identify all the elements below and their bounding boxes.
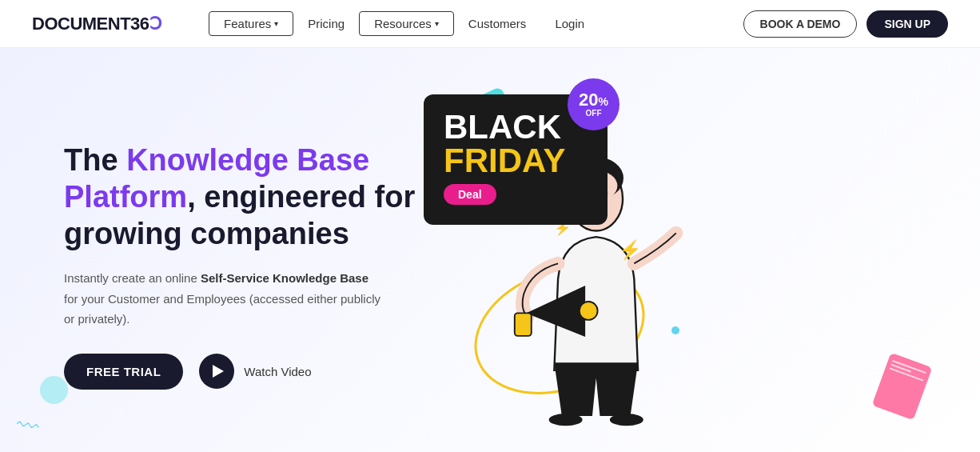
book-demo-button[interactable]: BOOK A DEMO <box>743 10 858 38</box>
play-icon[interactable] <box>199 354 234 389</box>
nav-pricing[interactable]: Pricing <box>293 12 359 35</box>
small-circle-decoration <box>671 326 679 334</box>
nav-links: Features ▾ Pricing Resources ▾ Customers… <box>209 11 743 36</box>
nav-login[interactable]: Login <box>540 12 599 35</box>
hero-illustration: ✦ <box>448 70 932 453</box>
navbar: DOCUMENT36Ↄ Features ▾ Pricing Resources… <box>0 0 980 48</box>
watch-video-button[interactable]: Watch Video <box>199 354 311 389</box>
signup-button[interactable]: SIGN UP <box>866 10 948 38</box>
hero-description: Instantly create an online Self-Service … <box>64 268 384 330</box>
hero-title: The Knowledge Base Platform, engineered … <box>64 142 448 252</box>
hero-section: The Knowledge Base Platform, engineered … <box>64 134 448 389</box>
pink-doc-decoration <box>872 352 933 420</box>
nav-actions: BOOK A DEMO SIGN UP <box>743 10 948 38</box>
svg-point-8 <box>610 414 643 426</box>
svg-point-6 <box>580 302 598 320</box>
chevron-down-icon: ▾ <box>435 19 439 28</box>
chevron-down-icon: ▾ <box>274 19 278 28</box>
logo-suffix: Ↄ <box>149 14 161 34</box>
hero-actions: FREE TRIAL Watch Video <box>64 354 448 390</box>
black-friday-card: 20% OFF BLACK FRIDAY Deal <box>424 94 608 225</box>
main-content: The Knowledge Base Platform, engineered … <box>0 48 980 452</box>
friday-label: FRIDAY <box>444 144 588 178</box>
black-label: BLACK <box>444 110 588 144</box>
svg-text:⚡: ⚡ <box>619 238 642 260</box>
nav-features[interactable]: Features ▾ <box>209 11 293 36</box>
brand-logo[interactable]: DOCUMENT36Ↄ <box>32 14 161 34</box>
watch-video-label: Watch Video <box>244 365 311 378</box>
nav-customers[interactable]: Customers <box>454 12 541 35</box>
off-label: OFF <box>586 109 602 118</box>
squiggle-decoration: 〰 <box>14 412 40 442</box>
hero-bold: Self-Service Knowledge Base <box>201 271 368 285</box>
black-friday-title: BLACK FRIDAY <box>444 110 588 178</box>
svg-rect-5 <box>515 313 532 336</box>
deal-badge: Deal <box>444 184 496 205</box>
logo-text: DOCUMENT36 <box>32 14 149 34</box>
free-trial-button[interactable]: FREE TRIAL <box>64 354 183 390</box>
discount-percent: 20% <box>579 91 608 109</box>
teal-circle-decoration <box>40 376 68 404</box>
svg-point-7 <box>549 414 583 426</box>
nav-resources[interactable]: Resources ▾ <box>359 11 454 36</box>
discount-badge: 20% OFF <box>568 78 619 130</box>
